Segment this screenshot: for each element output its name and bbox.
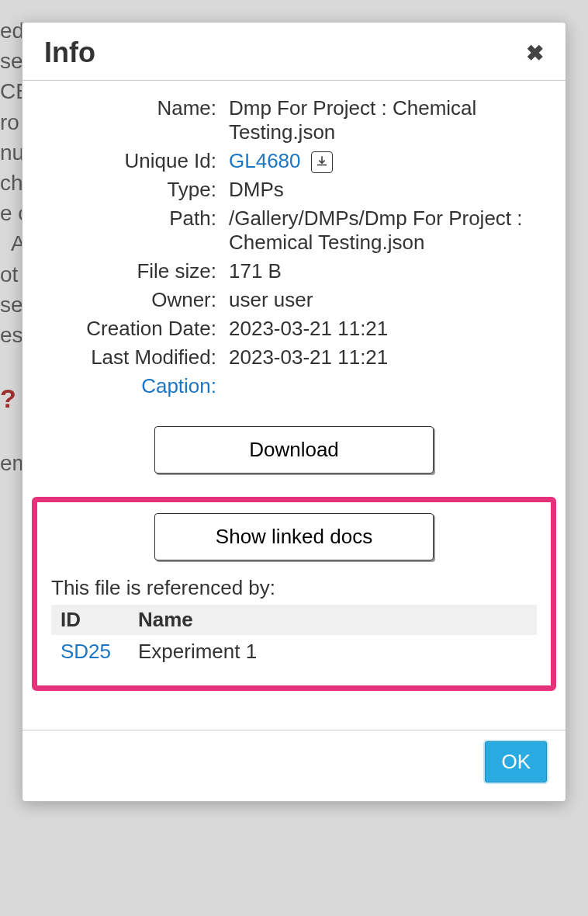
- dialog-header: Info ✖: [22, 23, 566, 81]
- ref-col-id: ID: [51, 605, 129, 635]
- ok-button[interactable]: OK: [485, 741, 547, 782]
- creation-date-value: 2023-03-21 11:21: [229, 317, 542, 341]
- owner-label: Owner:: [46, 288, 216, 312]
- last-modified-label: Last Modified:: [46, 345, 216, 370]
- caption-value: [229, 374, 542, 398]
- type-label: Type:: [46, 178, 216, 202]
- referenced-by-heading: This file is referenced by:: [51, 576, 537, 600]
- dialog-footer: OK: [22, 730, 566, 801]
- last-modified-value: 2023-03-21 11:21: [229, 345, 542, 370]
- creation-date-label: Creation Date:: [46, 317, 216, 341]
- owner-value: user user: [229, 288, 542, 312]
- name-value: Dmp For Project : Chemical Testing.json: [229, 96, 542, 144]
- download-button[interactable]: Download: [154, 426, 434, 474]
- linked-docs-highlight: Show linked docs This file is referenced…: [32, 497, 556, 691]
- filesize-label: File size:: [46, 259, 216, 283]
- dialog-title: Info: [44, 36, 95, 69]
- ref-id-link[interactable]: SD25: [61, 640, 111, 663]
- ref-name-cell: Experiment 1: [129, 635, 537, 668]
- table-row: SD25 Experiment 1: [51, 635, 537, 668]
- filesize-value: 171 B: [229, 259, 542, 283]
- info-grid: Name: Dmp For Project : Chemical Testing…: [46, 96, 542, 398]
- dialog-body: Name: Dmp For Project : Chemical Testing…: [22, 81, 566, 699]
- show-linked-docs-button[interactable]: Show linked docs: [154, 513, 434, 560]
- path-value: /Gallery/DMPs/Dmp For Project : Chemical…: [229, 206, 542, 255]
- referenced-by-table: ID Name SD25 Experiment 1: [51, 605, 537, 668]
- path-label: Path:: [46, 206, 216, 255]
- name-label: Name:: [46, 96, 216, 144]
- info-dialog: Info ✖ Name: Dmp For Project : Chemical …: [22, 22, 566, 802]
- close-icon[interactable]: ✖: [526, 40, 544, 66]
- download-id-icon[interactable]: [311, 151, 333, 173]
- unique-id-value: GL4680: [229, 149, 542, 173]
- type-value: DMPs: [229, 178, 542, 202]
- unique-id-link[interactable]: GL4680: [229, 149, 301, 172]
- ref-col-name: Name: [129, 605, 537, 635]
- caption-label[interactable]: Caption:: [46, 374, 216, 398]
- unique-id-label: Unique Id:: [46, 149, 216, 173]
